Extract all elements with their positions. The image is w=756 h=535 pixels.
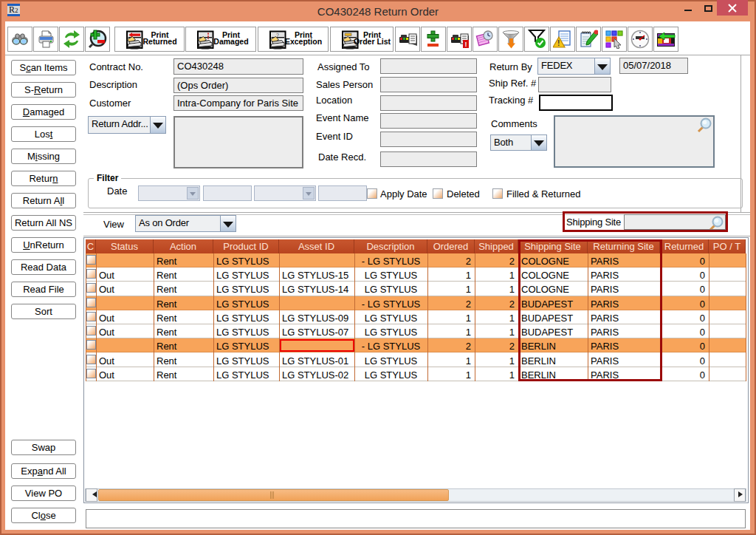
svg-text:?: ? bbox=[276, 33, 279, 38]
svg-text:!: ! bbox=[465, 41, 467, 48]
svg-text:!: ! bbox=[557, 39, 560, 47]
